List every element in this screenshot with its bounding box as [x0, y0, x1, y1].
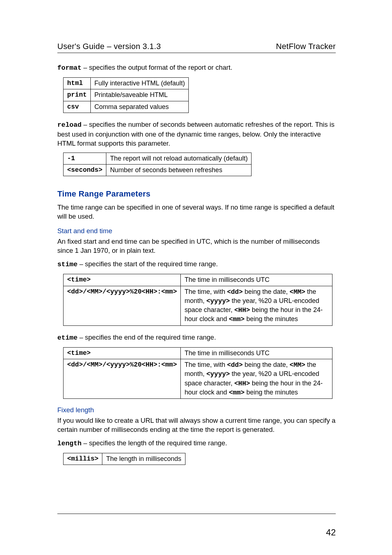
stime-table: <time> The time in milliseconds UTC <dd>…	[63, 274, 332, 325]
reload-row-key: <seconds>	[64, 165, 106, 176]
page-header: User's Guide – version 3.1.3 NetFlow Tra…	[57, 42, 336, 53]
stime-row-val: The time, with <dd> being the date, <MM>…	[181, 286, 332, 325]
stime-key: stime	[57, 261, 78, 268]
table-row: csv Comma separated values	[64, 101, 189, 113]
desc-text: being the date,	[243, 288, 290, 295]
table-row: <dd>/<MM>/<yyyy>%20<HH>:<mm> The time, w…	[64, 359, 332, 398]
page-number: 42	[326, 527, 336, 538]
desc-text: The time, with	[184, 288, 227, 295]
stime-row-key: <dd>/<MM>/<yyyy>%20<HH>:<mm>	[64, 286, 181, 325]
table-row: print Printable/saveable HTML	[64, 89, 189, 101]
desc-code: <dd>	[227, 361, 243, 369]
length-row-val: The length in milliseconds	[102, 453, 185, 465]
desc-text: being the minutes	[245, 315, 298, 323]
format-row-key: print	[64, 89, 91, 101]
length-table: <millis> The length in milliseconds	[63, 453, 185, 465]
format-row-key: csv	[64, 101, 91, 113]
format-row-key: html	[64, 77, 91, 89]
etime-row-val: The time, with <dd> being the date, <MM>…	[181, 359, 332, 398]
header-left: User's Guide – version 3.1.3	[57, 42, 161, 51]
subheading-fixed-length: Fixed length	[57, 406, 336, 414]
format-row-val: Printable/saveable HTML	[91, 89, 189, 101]
reload-row-val: The report will not reload automatically…	[106, 153, 252, 164]
desc-code: <yyyy>	[206, 297, 230, 305]
etime-paragraph: etime – specifies the end of the require…	[57, 333, 336, 343]
table-row: -1 The report will not reload automatica…	[64, 153, 252, 164]
desc-code: <mm>	[229, 389, 245, 396]
fixed-length-intro: If you would like to create a URL that w…	[57, 416, 336, 434]
reload-paragraph: reload – specifies the number of seconds…	[57, 120, 336, 148]
etime-row-val: The time in milliseconds UTC	[181, 347, 332, 359]
reload-text: – specifies the number of seconds betwee…	[57, 121, 334, 147]
table-row: <time> The time in milliseconds UTC	[64, 274, 332, 286]
page-container: User's Guide – version 3.1.3 NetFlow Tra…	[0, 0, 392, 465]
stime-row-key: <time>	[64, 274, 181, 286]
start-end-intro: An fixed start and end time can be speci…	[57, 237, 336, 255]
length-text: – specifies the length of the required t…	[82, 439, 227, 447]
desc-code: <MM>	[290, 288, 305, 296]
stime-paragraph: stime – specifies the start of the requi…	[57, 260, 336, 270]
length-row-key: <millis>	[64, 453, 102, 465]
section-title-time-range: Time Range Parameters	[57, 189, 336, 199]
reload-row-key: -1	[64, 153, 106, 164]
desc-code: <MM>	[290, 361, 305, 369]
desc-code: <HH>	[234, 307, 250, 314]
desc-code: <HH>	[234, 380, 250, 387]
format-row-val: Comma separated values	[91, 101, 189, 113]
header-right: NetFlow Tracker	[276, 42, 336, 51]
length-key: length	[57, 440, 82, 447]
time-range-intro: The time range can be specified in one o…	[57, 203, 336, 221]
desc-text: The time, with	[184, 361, 227, 368]
etime-row-key: <time>	[64, 347, 181, 359]
reload-table: -1 The report will not reload automatica…	[63, 153, 252, 177]
table-row: <millis> The length in milliseconds	[64, 453, 185, 465]
etime-table: <time> The time in milliseconds UTC <dd>…	[63, 347, 332, 399]
length-paragraph: length – specifies the length of the req…	[57, 439, 336, 449]
etime-row-key: <dd>/<MM>/<yyyy>%20<HH>:<mm>	[64, 359, 181, 398]
etime-key: etime	[57, 334, 78, 342]
table-row: html Fully interactive HTML (default)	[64, 77, 189, 89]
desc-code: <yyyy>	[206, 370, 230, 378]
reload-row-val: Number of seconds between refreshes	[106, 165, 252, 176]
format-table: html Fully interactive HTML (default) pr…	[63, 77, 189, 113]
etime-text: – specifies the end of the required time…	[78, 333, 216, 341]
reload-key: reload	[57, 121, 82, 129]
table-row: <dd>/<MM>/<yyyy>%20<HH>:<mm> The time, w…	[64, 286, 332, 325]
desc-text: being the minutes	[245, 389, 298, 396]
format-text: – specifies the output format of the rep…	[82, 64, 232, 71]
format-key: format	[57, 64, 82, 72]
stime-text: – specifies the start of the required ti…	[78, 260, 218, 268]
table-row: <time> The time in milliseconds UTC	[64, 347, 332, 359]
format-paragraph: format – specifies the output format of …	[57, 63, 336, 73]
table-row: <seconds> Number of seconds between refr…	[64, 165, 252, 176]
desc-text: being the date,	[243, 361, 290, 368]
desc-code: <dd>	[227, 288, 243, 296]
footer-rule	[57, 514, 336, 514]
format-row-val: Fully interactive HTML (default)	[91, 77, 189, 89]
subheading-start-end: Start and end time	[57, 227, 336, 235]
stime-row-val: The time in milliseconds UTC	[181, 274, 332, 286]
desc-code: <mm>	[229, 316, 245, 323]
